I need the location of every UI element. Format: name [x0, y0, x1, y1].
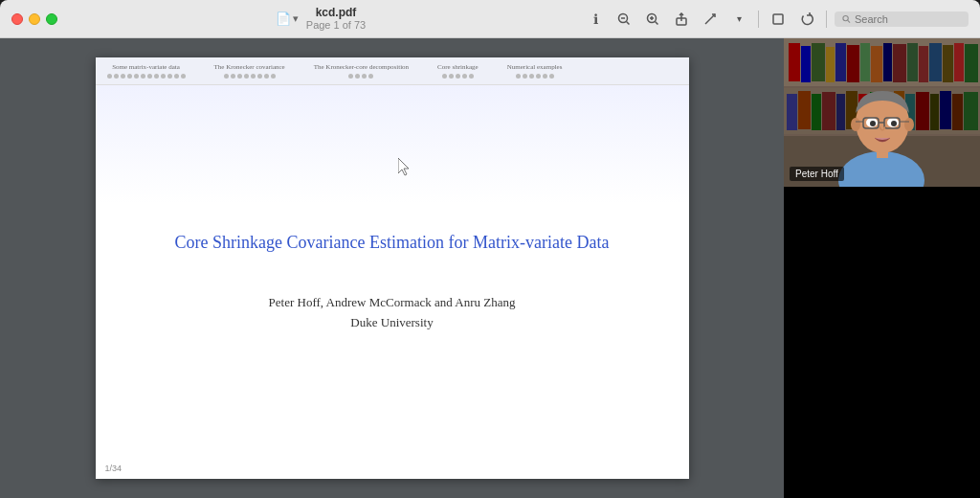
- nav-dot-0-3[interactable]: [127, 74, 132, 79]
- annotate-button[interactable]: [699, 8, 722, 31]
- nav-dot-1-4[interactable]: [251, 74, 256, 79]
- close-button[interactable]: [11, 13, 23, 25]
- speaker-name-badge: Peter Hoff: [790, 167, 844, 181]
- svg-rect-32: [965, 44, 978, 82]
- nav-dot-1-3[interactable]: [244, 74, 249, 79]
- nav-dot-4-4[interactable]: [543, 74, 547, 79]
- search-icon: [842, 14, 851, 24]
- svg-rect-25: [883, 43, 892, 81]
- nav-dot-0-7[interactable]: [154, 74, 159, 79]
- nav-dot-1-1[interactable]: [231, 74, 235, 79]
- toolbar-right: ℹ: [584, 8, 969, 31]
- nav-dot-0-1[interactable]: [114, 74, 119, 79]
- annotate-dropdown[interactable]: ▾: [727, 8, 750, 31]
- search-input[interactable]: [855, 13, 961, 25]
- nav-dot-1-0[interactable]: [224, 74, 229, 79]
- nav-section-4[interactable]: Numerical examples: [507, 63, 563, 79]
- nav-dot-0-11[interactable]: [181, 74, 186, 79]
- nav-section-3[interactable]: Core shrinkage: [437, 63, 479, 79]
- nav-dot-0-0[interactable]: [107, 74, 112, 79]
- nav-dot-3-2[interactable]: [456, 74, 460, 79]
- nav-dot-1-6[interactable]: [264, 74, 269, 79]
- nav-dot-0-5[interactable]: [141, 74, 145, 79]
- nav-dot-0-2[interactable]: [121, 74, 125, 79]
- nav-dot-3-4[interactable]: [469, 74, 474, 79]
- svg-point-57: [891, 121, 897, 126]
- bookshelf-background: [784, 38, 980, 187]
- slide-title: Core Shrinkage Covariance Estimation for…: [175, 231, 610, 255]
- title-group: kcd.pdf Page 1 of 73: [306, 6, 366, 33]
- svg-rect-10: [773, 14, 783, 24]
- svg-rect-48: [964, 92, 978, 130]
- nav-dot-3-1[interactable]: [449, 74, 454, 79]
- svg-rect-31: [954, 43, 964, 81]
- svg-point-52: [851, 118, 860, 131]
- svg-rect-47: [952, 94, 963, 130]
- nav-dot-1-2[interactable]: [237, 74, 242, 79]
- crop-button[interactable]: [767, 8, 790, 31]
- nav-dot-0-10[interactable]: [174, 74, 179, 79]
- pdf-slide: Some matrix-variate dataThe Kronecker co…: [96, 57, 689, 479]
- nav-dot-0-8[interactable]: [161, 74, 166, 79]
- svg-point-11: [843, 15, 848, 20]
- nav-section-title-1: The Kronecker covariance: [214, 63, 285, 71]
- slide-page-number: 1/34: [105, 464, 122, 473]
- nav-dots-3: [442, 74, 474, 79]
- authors-line: Peter Hoff, Andrew McCormack and Anru Zh…: [269, 293, 516, 313]
- info-button[interactable]: ℹ: [584, 8, 607, 31]
- nav-dot-4-3[interactable]: [536, 74, 541, 79]
- rotate-button[interactable]: [795, 8, 818, 31]
- nav-section-title-2: The Kronecker-core decomposition: [314, 63, 409, 71]
- nav-section-1[interactable]: The Kronecker covariance: [214, 63, 285, 79]
- svg-rect-29: [929, 43, 942, 81]
- nav-dot-4-2[interactable]: [529, 74, 534, 79]
- nav-section-2[interactable]: The Kronecker-core decomposition: [314, 63, 409, 79]
- share-button[interactable]: [670, 8, 693, 31]
- svg-rect-17: [789, 43, 800, 81]
- svg-rect-30: [943, 45, 953, 82]
- svg-rect-36: [822, 92, 835, 130]
- nav-dot-3-0[interactable]: [442, 74, 447, 79]
- titlebar: 📄 ▾ kcd.pdf Page 1 of 73 ℹ: [0, 0, 980, 38]
- search-box[interactable]: [835, 11, 969, 27]
- nav-section-title-0: Some matrix-variate data: [112, 63, 180, 71]
- nav-dot-2-3[interactable]: [368, 74, 373, 79]
- video-feed: Peter Hoff: [784, 38, 980, 187]
- zoom-in-button[interactable]: [641, 8, 664, 31]
- nav-section-0[interactable]: Some matrix-variate data: [107, 63, 186, 79]
- nav-dot-2-2[interactable]: [362, 74, 367, 79]
- sidebar-toggle-icon[interactable]: ▾: [293, 12, 299, 25]
- nav-dot-0-6[interactable]: [147, 74, 152, 79]
- nav-dot-1-7[interactable]: [271, 74, 276, 79]
- svg-rect-27: [907, 43, 918, 81]
- svg-line-9: [705, 14, 715, 24]
- toolbar-separator-2: [826, 11, 827, 28]
- nav-dot-3-3[interactable]: [462, 74, 467, 79]
- pdf-area: Some matrix-variate dataThe Kronecker co…: [0, 38, 784, 498]
- nav-dots-1: [224, 74, 276, 79]
- svg-rect-21: [835, 43, 846, 81]
- page-indicator-header: Page 1 of 73: [306, 19, 366, 32]
- nav-section-title-4: Numerical examples: [507, 63, 563, 71]
- nav-dot-2-1[interactable]: [355, 74, 360, 79]
- zoom-out-button[interactable]: [612, 8, 635, 31]
- nav-dot-1-5[interactable]: [257, 74, 262, 79]
- nav-dot-4-5[interactable]: [549, 74, 554, 79]
- svg-point-53: [904, 118, 914, 131]
- titlebar-center: 📄 ▾ kcd.pdf Page 1 of 73: [57, 6, 584, 33]
- svg-rect-24: [871, 46, 882, 82]
- nav-dot-2-0[interactable]: [348, 74, 353, 79]
- svg-rect-22: [847, 45, 859, 82]
- slide-content: Core Shrinkage Covariance Estimation for…: [96, 85, 689, 479]
- nav-dot-0-9[interactable]: [167, 74, 172, 79]
- video-bottom-black: [784, 187, 980, 498]
- nav-dot-0-4[interactable]: [134, 74, 139, 79]
- nav-dot-4-1[interactable]: [523, 74, 527, 79]
- bookshelf-svg: [784, 38, 980, 187]
- nav-dot-4-0[interactable]: [516, 74, 521, 79]
- minimize-button[interactable]: [29, 13, 40, 25]
- svg-rect-34: [798, 91, 811, 129]
- maximize-button[interactable]: [46, 13, 57, 25]
- video-panel: Peter Hoff: [784, 38, 980, 498]
- svg-rect-44: [916, 92, 929, 130]
